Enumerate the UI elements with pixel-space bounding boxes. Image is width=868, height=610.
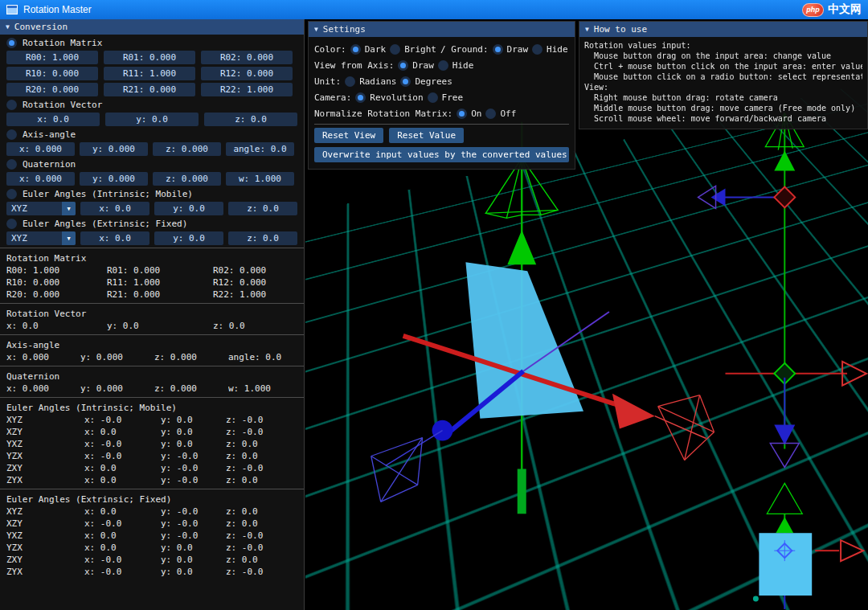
howto-line: Right mouse button drag: rotate camera [584,92,862,103]
value-cell: angle: 0.0 [228,352,297,362]
rotation-matrix-inputs: R00: 1.000R01: 0.000R02: 0.000R10: 0.000… [0,51,304,96]
rotation-vector-radio[interactable] [6,100,17,110]
unit-degrees-radio[interactable] [400,76,411,87]
matrix-input-field[interactable]: R10: 0.000 [6,67,98,80]
camera-revolution-radio[interactable] [355,92,366,103]
euler-extrinsic-radio[interactable] [6,219,17,229]
value-cell: ZXY [6,555,84,565]
view-axis-hide-label: Hide [452,60,474,71]
matrix-input-field[interactable]: R21: 0.000 [104,83,195,96]
axis-angle-input-field[interactable]: x: 0.000 [6,142,75,156]
chevron-down-icon[interactable]: ▼ [62,202,76,215]
settings-panel: ▼ Settings Color: Dark Bright / Ground: … [308,21,575,170]
axis-angle-input-field[interactable]: y: 0.000 [80,142,148,156]
quaternion-label: Quaternion [23,159,76,170]
rotation-matrix-radio[interactable] [6,38,17,48]
howto-line: Ctrl + mouse button click on the input a… [584,61,862,72]
mini-plane-view [753,483,863,609]
quaternion-input-field[interactable]: y: 0.000 [80,172,148,186]
euler-intrinsic-order-select[interactable]: XYZ ▼ [6,202,76,215]
value-cell: z: 0.000 [154,352,228,362]
value-cell: x: 0.0 [84,427,161,437]
euler-intrinsic-input-field[interactable]: z: 0.0 [228,202,297,215]
value-cell: w: 1.000 [228,383,297,394]
value-cell: R21: 0.000 [107,289,213,300]
chevron-down-icon[interactable]: ▼ [62,231,76,245]
settings-panel-header[interactable]: ▼ Settings [309,22,575,37]
color-dark-radio[interactable] [350,44,361,55]
value-cell: z: 0.0 [226,555,297,565]
value-cell: x: -0.0 [84,415,161,425]
color-bright-label: Bright [404,44,436,55]
axis-angle-input-field[interactable]: angle: 0.0 [226,142,294,156]
unit-radians-radio[interactable] [345,76,355,87]
matrix-input-field[interactable]: R00: 1.000 [6,51,98,64]
value-cell: y: 0.000 [80,352,154,362]
value-cell: z: -0.0 [226,567,297,577]
vector-input-field[interactable]: z: 0.0 [204,113,297,126]
value-cell: z: 0.0 [226,475,297,485]
euler-intrinsic-input-field[interactable]: x: 0.0 [80,202,149,215]
vector-input-field[interactable]: y: 0.0 [105,113,199,126]
euler-intrinsic-radio[interactable] [6,189,17,199]
matrix-input-field[interactable]: R11: 1.000 [104,67,195,80]
x-axis-wire-cone [658,395,714,461]
color-dark-label: Dark [365,44,387,55]
quaternion-input-field[interactable]: w: 1.000 [226,172,294,186]
view-axis-hide-radio[interactable] [438,60,448,71]
camera-label: Camera: [314,92,351,103]
euler-extrinsic-input-field[interactable]: y: 0.0 [154,231,223,245]
vector-input-field[interactable]: x: 0.0 [6,113,100,126]
euler-extrinsic-input-field[interactable]: x: 0.0 [80,231,149,245]
titlebar[interactable]: Rotation Master php 中文网 [0,0,868,19]
conversion-panel-header[interactable]: ▼ Conversion [0,19,304,35]
camera-free-radio[interactable] [428,92,438,103]
matrix-input-field[interactable]: R22: 1.000 [201,83,293,96]
euler-extrinsic-input-field[interactable]: z: 0.0 [228,231,297,245]
quaternion-radio[interactable] [6,159,17,170]
matrix-input-field[interactable]: R02: 0.000 [201,51,293,64]
output-euler-extrinsic-title: Euler Angles (Extrinsic; Fixed) [0,492,304,506]
euler-extrinsic-label: Euler Angles (Extrinsic; Fixed) [23,219,187,229]
ground-hide-label: Hide [547,44,568,55]
value-cell: x: 0.0 [84,506,161,517]
value-cell: x: -0.0 [84,451,161,461]
howto-panel-header[interactable]: ▼ How to use [579,22,867,37]
axis-angle-input-field[interactable]: z: 0.000 [153,142,221,156]
quaternion-output-table: x: 0.000y: 0.000z: 0.000w: 1.000 [0,383,304,395]
normalize-on-radio[interactable] [457,108,467,119]
matrix-output-row: R00: 1.000R01: 0.000R02: 0.000 [0,264,304,276]
euler-intrinsic-input-field[interactable]: y: 0.0 [154,202,223,215]
normalize-off-radio[interactable] [485,108,496,119]
value-cell: z: -0.0 [226,463,297,473]
ground-draw-radio[interactable] [493,44,503,55]
value-cell: z: 0.0 [226,439,297,449]
value-cell: x: -0.0 [84,518,161,529]
value-cell: y: 0.0 [161,567,226,577]
axis-angle-inputs: x: 0.000y: 0.000z: 0.000angle: 0.0 [0,142,304,156]
view-axis-draw-radio[interactable] [398,60,408,71]
reset-view-button[interactable]: Reset View [314,128,383,143]
euler-extrinsic-order-select[interactable]: XYZ ▼ [6,231,76,245]
brand-text: 中文网 [828,2,862,17]
euler-intrinsic-inputs: XYZ ▼ x: 0.0y: 0.0z: 0.0 [0,202,304,215]
value-cell: XZY [6,518,84,529]
value-cell: x: 0.0 [84,530,161,541]
matrix-input-field[interactable]: R20: 0.000 [6,83,98,96]
color-bright-radio[interactable] [390,44,400,55]
axis-angle-radio[interactable] [6,129,17,140]
rotation-plane [465,262,583,418]
normalize-row: Normalize Rotation Matrix: On Off [314,105,569,121]
quaternion-input-field[interactable]: x: 0.000 [6,172,75,186]
ground-hide-radio[interactable] [532,44,542,55]
unit-radians-label: Radians [359,76,396,87]
overwrite-button[interactable]: Overwrite input values by the converted … [314,147,569,162]
quaternion-input-field[interactable]: z: 0.000 [153,172,221,186]
euler-extrinsic-output-row: XYZx: 0.0y: -0.0z: 0.0 [0,506,304,518]
matrix-input-field[interactable]: R01: 0.000 [104,51,195,64]
reset-value-button[interactable]: Reset Value [389,128,464,143]
value-cell: R20: 0.000 [6,289,107,300]
quaternion-section: Quaternion [0,156,304,172]
matrix-input-field[interactable]: R12: 0.000 [201,67,293,80]
separator [0,397,304,398]
